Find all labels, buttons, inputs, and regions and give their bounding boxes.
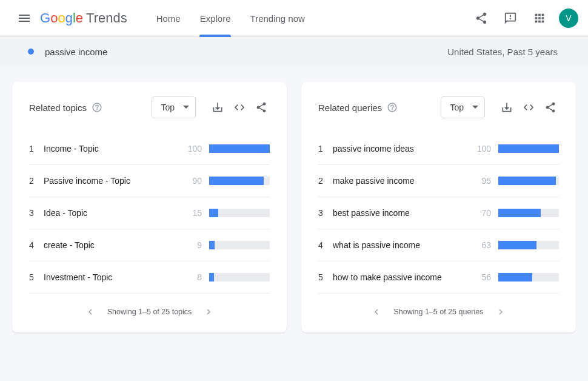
item-value: 70	[481, 208, 491, 218]
bar-fill	[498, 177, 556, 185]
embed-icon[interactable]	[231, 99, 248, 116]
sort-dropdown[interactable]: Top	[152, 96, 196, 118]
next-page-button[interactable]	[200, 303, 217, 320]
bar-track	[209, 144, 270, 153]
related-queries-card: Related queries Top 1passive income idea…	[301, 82, 576, 332]
list-item[interactable]: 3Idea - Topic15	[29, 197, 270, 229]
rank: 2	[29, 176, 44, 186]
bar-track	[209, 177, 270, 185]
bar-fill	[209, 273, 214, 282]
item-value: 63	[481, 240, 491, 250]
rank: 4	[318, 240, 333, 250]
item-value: 15	[192, 208, 202, 218]
item-label[interactable]: Investment - Topic	[44, 272, 197, 282]
bar-track	[209, 241, 270, 249]
item-label[interactable]: what is passive income	[333, 240, 481, 250]
rank: 1	[318, 144, 333, 153]
list-item[interactable]: 4what is passive income63	[318, 229, 559, 261]
rank: 5	[318, 272, 333, 282]
bar-track	[498, 241, 559, 249]
topics-list: 1Income - Topic1002Passive income - Topi…	[29, 133, 270, 293]
help-icon[interactable]	[92, 102, 102, 113]
item-label[interactable]: best passive income	[333, 208, 481, 218]
prev-page-button[interactable]	[82, 303, 99, 320]
logo[interactable]: Google Trends	[40, 10, 127, 26]
list-item[interactable]: 3best passive income70	[318, 197, 559, 229]
bar-track	[498, 144, 559, 153]
list-item[interactable]: 2Passive income - Topic90	[29, 164, 270, 197]
item-value: 8	[197, 272, 202, 282]
item-label[interactable]: Income - Topic	[44, 144, 188, 153]
list-item[interactable]: 1passive income ideas100	[318, 133, 559, 164]
item-label[interactable]: Idea - Topic	[44, 208, 192, 218]
nav-trending[interactable]: Trending now	[250, 0, 305, 37]
list-item[interactable]: 5how to make passive income56	[318, 261, 559, 293]
feedback-icon[interactable]	[496, 4, 525, 33]
item-value: 9	[197, 240, 202, 250]
bar-track	[209, 209, 270, 217]
pager: Showing 1–5 of 25 queries	[318, 293, 559, 323]
item-value: 100	[477, 144, 491, 153]
content-area: Related topics Top 1Income - Topic1002Pa…	[0, 66, 588, 348]
item-value: 100	[188, 144, 202, 153]
bar-fill	[209, 241, 215, 249]
avatar[interactable]: V	[559, 8, 578, 28]
rank: 4	[29, 240, 44, 250]
bar-fill	[209, 177, 264, 185]
dropdown-label: Top	[450, 103, 464, 112]
bar-track	[209, 273, 270, 282]
share-card-icon[interactable]	[542, 99, 559, 116]
apps-icon[interactable]	[525, 4, 554, 33]
download-icon[interactable]	[498, 99, 515, 116]
pager-label: Showing 1–5 of 25 queries	[393, 308, 483, 316]
search-term[interactable]: passive income	[45, 47, 107, 57]
item-label[interactable]: passive income ideas	[333, 144, 477, 153]
filter-bar: passive income United States, Past 5 yea…	[0, 37, 588, 66]
rank: 1	[29, 144, 44, 153]
share-icon[interactable]	[467, 4, 496, 33]
list-item[interactable]: 4create - Topic9	[29, 229, 270, 261]
card-header: Related queries Top	[318, 96, 559, 118]
nav-explore[interactable]: Explore	[200, 0, 231, 37]
pager: Showing 1–5 of 25 topics	[29, 293, 270, 323]
list-item[interactable]: 5Investment - Topic8	[29, 261, 270, 293]
nav-home[interactable]: Home	[156, 0, 181, 37]
item-label[interactable]: how to make passive income	[333, 272, 481, 282]
help-icon[interactable]	[387, 102, 398, 113]
share-card-icon[interactable]	[253, 99, 270, 116]
list-item[interactable]: 2make passive income95	[318, 164, 559, 197]
card-header: Related topics Top	[29, 96, 270, 118]
term-dot-icon	[28, 49, 34, 55]
sort-dropdown[interactable]: Top	[441, 96, 485, 118]
list-item[interactable]: 1Income - Topic100	[29, 133, 270, 164]
app-header: Google Trends Home Explore Trending now …	[0, 0, 588, 37]
rank: 2	[318, 176, 333, 186]
pager-label: Showing 1–5 of 25 topics	[107, 308, 192, 316]
card-title: Related queries	[318, 103, 382, 113]
item-value: 95	[481, 176, 491, 186]
prev-page-button[interactable]	[368, 303, 385, 320]
bar-track	[498, 177, 559, 185]
scope-label[interactable]: United States, Past 5 years	[447, 47, 560, 57]
item-label[interactable]: Passive income - Topic	[44, 176, 192, 186]
embed-icon[interactable]	[520, 99, 537, 116]
queries-list: 1passive income ideas1002make passive in…	[318, 133, 559, 293]
bar-track	[498, 273, 559, 282]
bar-track	[498, 209, 559, 217]
bar-fill	[498, 144, 559, 153]
menu-icon[interactable]	[10, 4, 39, 33]
bar-fill	[498, 241, 536, 249]
dropdown-label: Top	[161, 103, 175, 112]
item-label[interactable]: create - Topic	[44, 240, 197, 250]
bar-fill	[209, 209, 218, 217]
card-title: Related topics	[29, 103, 87, 113]
rank: 3	[29, 208, 44, 218]
item-label[interactable]: make passive income	[333, 176, 481, 186]
next-page-button[interactable]	[492, 303, 509, 320]
rank: 3	[318, 208, 333, 218]
item-value: 56	[481, 272, 491, 282]
download-icon[interactable]	[209, 99, 226, 116]
bar-fill	[498, 273, 532, 282]
rank: 5	[29, 272, 44, 282]
item-value: 90	[192, 176, 202, 186]
